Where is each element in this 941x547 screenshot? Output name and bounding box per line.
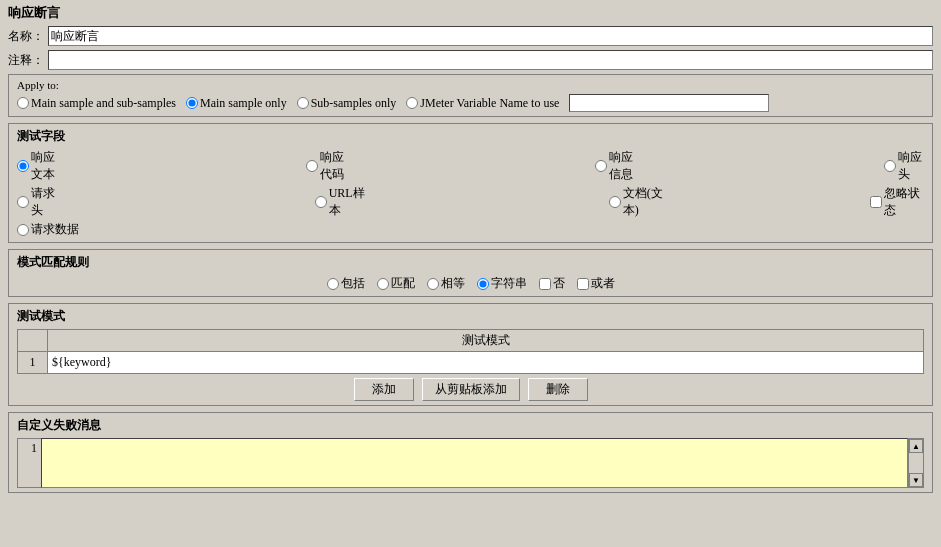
field-response-info-radio[interactable]: [595, 160, 607, 172]
custom-fail-scrollbar[interactable]: ▲ ▼: [908, 438, 924, 488]
test-fields-row-1: 请求头 URL样本 文档(文本) 忽略状态: [17, 185, 924, 219]
delete-button[interactable]: 删除: [528, 378, 588, 401]
field-response-info-label: 响应信息: [609, 149, 644, 183]
field-response-header-label: 响应头: [898, 149, 924, 183]
field-request-data[interactable]: 请求数据: [17, 221, 79, 238]
match-equals-label: 相等: [441, 275, 465, 292]
scroll-up-btn[interactable]: ▲: [909, 439, 923, 453]
name-label: 名称：: [8, 28, 44, 45]
page-title: 响应断言: [8, 4, 933, 22]
match-matches-label: 匹配: [391, 275, 415, 292]
match-not[interactable]: 否: [539, 275, 565, 292]
field-ignore-status-checkbox[interactable]: [870, 196, 882, 208]
match-contains-radio[interactable]: [327, 278, 339, 290]
match-contains[interactable]: 包括: [327, 275, 365, 292]
patterns-table-col-header: 测试模式: [48, 330, 924, 352]
patterns-row-num: 1: [18, 352, 48, 374]
patterns-row-value[interactable]: ${keyword}: [48, 352, 924, 374]
field-response-info[interactable]: 响应信息: [595, 149, 644, 183]
name-input[interactable]: [48, 26, 933, 46]
field-url-sample[interactable]: URL样本: [315, 185, 369, 219]
patterns-table-num-header: [18, 330, 48, 352]
add-button[interactable]: 添加: [354, 378, 414, 401]
match-matches-radio[interactable]: [377, 278, 389, 290]
custom-fail-textarea[interactable]: [41, 438, 908, 488]
match-string[interactable]: 字符串: [477, 275, 527, 292]
apply-main-only-label: Main sample only: [200, 96, 287, 111]
apply-sub-only-radio[interactable]: [297, 97, 309, 109]
match-equals[interactable]: 相等: [427, 275, 465, 292]
apply-main-only[interactable]: Main sample only: [186, 96, 287, 111]
test-fields-section: 测试字段 响应文本 响应代码 响应信息 响应头: [8, 123, 933, 243]
patterns-table: 测试模式 1 ${keyword}: [17, 329, 924, 374]
field-request-data-label: 请求数据: [31, 221, 79, 238]
match-rules-title: 模式匹配规则: [17, 254, 924, 271]
custom-fail-title: 自定义失败消息: [17, 417, 924, 434]
test-patterns-section: 测试模式 测试模式 1 ${keyword} 添加 从剪贴板添加 删除: [8, 303, 933, 406]
main-panel: 响应断言 名称： 注释： Apply to: Main sample and s…: [0, 0, 941, 497]
patterns-buttons: 添加 从剪贴板添加 删除: [17, 378, 924, 401]
field-response-text-label: 响应文本: [31, 149, 66, 183]
match-or-label: 或者: [591, 275, 615, 292]
match-or[interactable]: 或者: [577, 275, 615, 292]
apply-main-sub-label: Main sample and sub-samples: [31, 96, 176, 111]
field-document-text-radio[interactable]: [609, 196, 621, 208]
comment-input[interactable]: [48, 50, 933, 70]
custom-fail-section: 自定义失败消息 1 ▲ ▼: [8, 412, 933, 493]
test-fields-row-2: 请求数据: [17, 221, 924, 238]
match-or-checkbox[interactable]: [577, 278, 589, 290]
match-not-label: 否: [553, 275, 565, 292]
apply-sub-only[interactable]: Sub-samples only: [297, 96, 397, 111]
field-document-text-label: 文档(文本): [623, 185, 670, 219]
field-response-code[interactable]: 响应代码: [306, 149, 355, 183]
field-request-header[interactable]: 请求头: [17, 185, 61, 219]
test-patterns-title: 测试模式: [17, 308, 924, 325]
custom-fail-textarea-wrapper: 1 ▲ ▼: [17, 438, 924, 488]
apply-main-only-radio[interactable]: [186, 97, 198, 109]
test-fields-title: 测试字段: [17, 128, 924, 145]
apply-to-section: Apply to: Main sample and sub-samples Ma…: [8, 74, 933, 117]
test-fields-row-0: 响应文本 响应代码 响应信息 响应头: [17, 149, 924, 183]
apply-jmeter-var[interactable]: JMeter Variable Name to use: [406, 96, 559, 111]
field-response-header-radio[interactable]: [884, 160, 896, 172]
field-response-text-radio[interactable]: [17, 160, 29, 172]
match-string-label: 字符串: [491, 275, 527, 292]
apply-main-sub[interactable]: Main sample and sub-samples: [17, 96, 176, 111]
scroll-down-btn[interactable]: ▼: [909, 473, 923, 487]
match-contains-label: 包括: [341, 275, 365, 292]
match-rules-options: 包括 匹配 相等 字符串 否 或者: [17, 275, 924, 292]
match-string-radio[interactable]: [477, 278, 489, 290]
custom-fail-line-nums: 1: [17, 438, 41, 488]
field-url-sample-radio[interactable]: [315, 196, 327, 208]
match-equals-radio[interactable]: [427, 278, 439, 290]
apply-sub-only-label: Sub-samples only: [311, 96, 397, 111]
match-matches[interactable]: 匹配: [377, 275, 415, 292]
table-row: 1 ${keyword}: [18, 352, 924, 374]
apply-main-sub-radio[interactable]: [17, 97, 29, 109]
field-document-text[interactable]: 文档(文本): [609, 185, 670, 219]
match-rules-section: 模式匹配规则 包括 匹配 相等 字符串 否: [8, 249, 933, 297]
field-response-text[interactable]: 响应文本: [17, 149, 66, 183]
name-row: 名称：: [8, 26, 933, 46]
apply-to-label: Apply to:: [17, 79, 924, 91]
comment-label: 注释：: [8, 52, 44, 69]
field-request-header-radio[interactable]: [17, 196, 29, 208]
comment-row: 注释：: [8, 50, 933, 70]
apply-to-options: Main sample and sub-samples Main sample …: [17, 94, 924, 112]
field-request-data-radio[interactable]: [17, 224, 29, 236]
field-response-code-radio[interactable]: [306, 160, 318, 172]
match-not-checkbox[interactable]: [539, 278, 551, 290]
field-url-sample-label: URL样本: [329, 185, 369, 219]
add-clipboard-button[interactable]: 从剪贴板添加: [422, 378, 520, 401]
field-response-header[interactable]: 响应头: [884, 149, 924, 183]
field-ignore-status[interactable]: 忽略状态: [870, 185, 924, 219]
test-fields-grid: 响应文本 响应代码 响应信息 响应头 请求头: [17, 149, 924, 238]
field-ignore-status-label: 忽略状态: [884, 185, 924, 219]
field-response-code-label: 响应代码: [320, 149, 355, 183]
jmeter-var-input[interactable]: [569, 94, 769, 112]
apply-jmeter-var-label: JMeter Variable Name to use: [420, 96, 559, 111]
apply-jmeter-var-radio[interactable]: [406, 97, 418, 109]
field-request-header-label: 请求头: [31, 185, 61, 219]
